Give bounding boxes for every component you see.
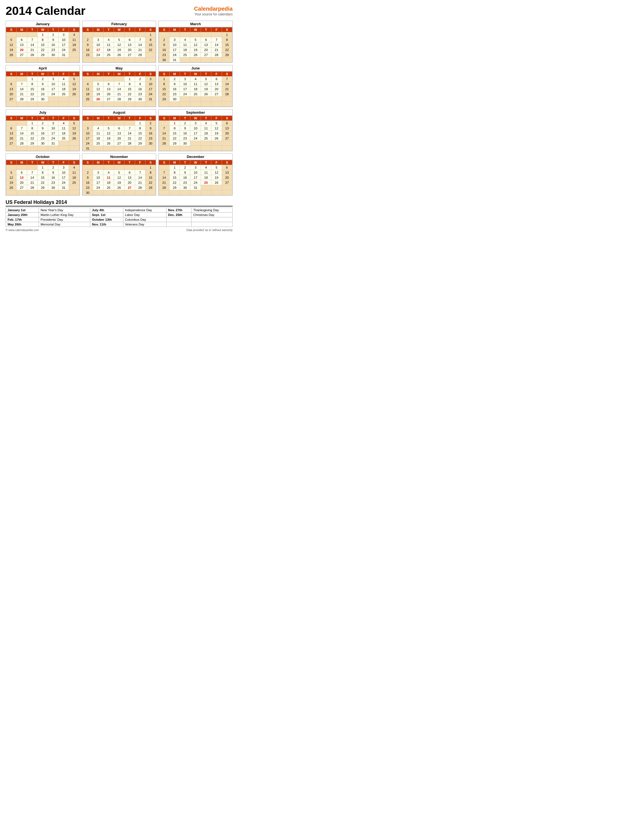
day-cell	[180, 102, 190, 107]
day-cell: 30	[159, 57, 169, 63]
day-header: T	[201, 27, 211, 32]
day-cell: 14	[125, 131, 135, 136]
holiday-name: Christmas Day	[191, 213, 233, 218]
day-cell: 27	[6, 97, 17, 102]
day-cell: 1	[169, 165, 180, 170]
day-cell	[6, 190, 17, 195]
day-cell	[48, 190, 58, 195]
day-cell: 18	[69, 175, 79, 180]
day-header: T	[27, 27, 37, 32]
day-cell: 29	[169, 185, 180, 190]
day-header: F	[211, 116, 222, 121]
day-header: M	[17, 160, 27, 165]
day-cell: 21	[27, 180, 37, 185]
day-header: T	[27, 116, 37, 121]
footer-website: © www.calendarpedia.com	[6, 228, 39, 232]
day-cell	[169, 32, 180, 37]
day-header: M	[93, 160, 104, 165]
day-cell	[58, 57, 69, 63]
month-block-may: MaySMTWTFS123456789101112131415161718192…	[82, 65, 157, 107]
day-cell: 2	[180, 165, 190, 170]
day-cell: 16	[38, 87, 48, 92]
day-cell: 7	[114, 81, 124, 87]
holiday-date	[166, 218, 191, 222]
month-block-february: FebruarySMTWTFS1234567891011121314151617…	[82, 21, 157, 63]
day-cell: 1	[135, 121, 145, 126]
day-header: W	[114, 116, 124, 121]
day-header: W	[38, 116, 48, 121]
day-header: T	[104, 72, 114, 76]
day-cell: 19	[114, 47, 124, 52]
day-cell: 10	[48, 126, 58, 131]
day-cell: 18	[180, 47, 190, 52]
month-table: SMTWTFS123456789101112131415161718192021…	[83, 160, 156, 195]
day-cell: 14	[114, 87, 124, 92]
day-header: T	[180, 27, 190, 32]
day-cell: 26	[211, 180, 222, 185]
day-cell: 16	[180, 131, 190, 136]
day-cell	[114, 190, 124, 195]
day-cell: 4	[83, 81, 93, 87]
day-cell: 29	[169, 141, 180, 146]
day-cell	[48, 97, 58, 102]
day-cell: 13	[6, 87, 17, 92]
day-cell: 15	[145, 42, 155, 47]
day-header: F	[211, 72, 222, 76]
day-cell: 27	[114, 141, 124, 146]
day-cell: 27	[222, 136, 232, 141]
day-header: T	[180, 116, 190, 121]
day-cell: 2	[83, 170, 93, 175]
calendars-grid: JanuarySMTWTFS12345678910111213141516171…	[6, 21, 233, 195]
holidays-section: US Federal Holidays 2014 January 1stNew …	[6, 200, 233, 227]
day-cell	[27, 190, 37, 195]
day-cell: 29	[27, 141, 37, 146]
month-block-october: OctoberSMTWTFS12345678910111213141516171…	[6, 153, 80, 195]
day-cell: 24	[83, 141, 93, 146]
day-cell: 20	[17, 180, 27, 185]
day-cell	[6, 121, 17, 126]
day-header: S	[222, 116, 232, 121]
day-cell: 24	[58, 47, 69, 52]
day-cell: 3	[93, 37, 104, 42]
day-cell: 23	[135, 92, 145, 97]
day-cell: 5	[211, 165, 222, 170]
day-cell	[6, 146, 17, 151]
day-cell: 16	[83, 180, 93, 185]
holiday-date: January 20th	[6, 213, 39, 218]
day-cell: 16	[180, 175, 190, 180]
footer: © www.calendarpedia.com Data provided 'a…	[6, 228, 233, 232]
day-cell: 17	[145, 87, 155, 92]
day-cell: 13	[114, 131, 124, 136]
day-header: T	[180, 72, 190, 76]
day-cell: 27	[6, 141, 17, 146]
day-cell	[180, 97, 190, 102]
day-cell	[201, 32, 211, 37]
day-cell: 16	[83, 47, 93, 52]
day-cell: 22	[159, 92, 169, 97]
day-cell: 24	[48, 136, 58, 141]
day-cell	[83, 32, 93, 37]
day-header: S	[6, 27, 17, 32]
day-cell: 11	[69, 37, 79, 42]
day-cell	[48, 146, 58, 151]
day-cell: 19	[211, 175, 222, 180]
holiday-row: January 1stNew Year's DayJuly 4thIndepen…	[6, 208, 233, 213]
day-cell	[211, 141, 222, 146]
day-cell	[222, 102, 232, 107]
day-cell	[190, 146, 201, 151]
day-cell: 10	[93, 42, 104, 47]
day-cell: 26	[6, 185, 17, 190]
day-cell: 28	[27, 185, 37, 190]
day-header: W	[114, 160, 124, 165]
day-cell	[93, 32, 104, 37]
day-cell: 30	[38, 97, 48, 102]
day-cell: 13	[222, 126, 232, 131]
holiday-date: Feb. 17th	[6, 218, 39, 222]
holiday-name: New Year's Day	[39, 208, 90, 213]
day-cell	[125, 121, 135, 126]
day-cell: 10	[58, 170, 69, 175]
day-header: S	[159, 116, 169, 121]
day-header: S	[222, 27, 232, 32]
day-header: W	[38, 160, 48, 165]
day-cell	[145, 190, 155, 195]
